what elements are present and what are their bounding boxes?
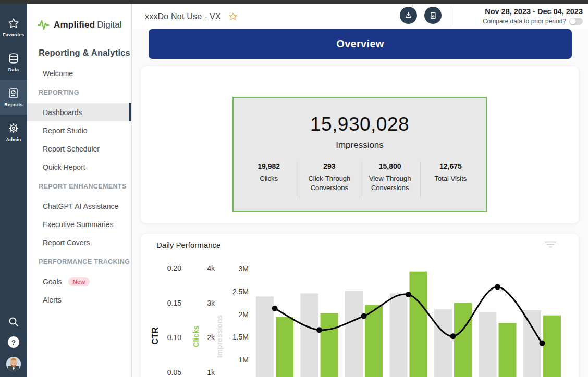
rail-label: Admin [6, 137, 21, 142]
bar-impressions [256, 296, 274, 377]
rail-spacer [0, 149, 27, 316]
star-icon [7, 17, 20, 30]
compare-period-toggle[interactable] [569, 18, 583, 25]
content-area: Overview 15,930,028 Impressions 19,982 C… [132, 29, 588, 377]
app-shell: Favorites Data Reports [0, 4, 588, 377]
sidebar-item-report-scheduler[interactable]: Report Scheduler [27, 140, 131, 158]
rail-item-data[interactable]: Data [0, 45, 27, 80]
gear-icon [7, 122, 20, 134]
bar-clicks [365, 305, 383, 377]
sidebar-title: Reporting & Analytics [39, 48, 131, 58]
filter-lines-icon[interactable] [544, 241, 557, 251]
new-badge: New [68, 277, 90, 286]
logo-text-bold: Amplified [54, 20, 95, 30]
overview-banner: Overview [149, 29, 572, 59]
topbar: xxxDo Not Use - VX Nov 28, [132, 4, 588, 29]
app-logo[interactable]: AmplifiedDigital [27, 18, 131, 32]
help-glyph: ? [11, 338, 16, 346]
clicks-tick: 3k [207, 299, 215, 307]
clicks-axis-label: Clicks [192, 325, 200, 347]
bar-clicks [499, 323, 517, 377]
ctr-point [450, 333, 456, 339]
report-document-button[interactable] [424, 7, 442, 24]
ctr-point [316, 327, 322, 333]
sidebar-item-goals[interactable]: Goals New [27, 272, 131, 291]
bar-impressions [301, 293, 318, 377]
ctr-point [495, 284, 500, 290]
search-icon[interactable] [7, 316, 20, 328]
impressions-metric-box: 15,930,028 Impressions 19,982 Clicks 293… [232, 97, 487, 212]
daily-performance-chart: 0.200.150.100.054k3k2k1k3M2.5M2M1.5M1MCT… [141, 234, 579, 377]
clicks-tick: 4k [207, 264, 215, 272]
browser-top-strip [0, 0, 588, 4]
overview-banner-title: Overview [336, 38, 384, 50]
ctr-tick: 0.15 [167, 299, 181, 307]
impressions-tick: 2.5M [232, 287, 249, 296]
rail-bottom: ? [0, 316, 27, 372]
metric-view-through-conversions: 15,800 View-Through Conversions [360, 162, 420, 198]
sidebar-item-report-studio[interactable]: Report Studio [27, 121, 131, 140]
sidebar-item-alerts[interactable]: Alerts [27, 291, 131, 309]
compare-period-label: Compare data to prior period? [483, 18, 566, 25]
metric-clicks: 19,982 Clicks [239, 162, 299, 198]
user-avatar[interactable] [6, 356, 21, 372]
impressions-tick: 1.5M [232, 333, 249, 341]
primary-metric-value: 15,930,028 [234, 98, 486, 135]
ctr-tick: 0.05 [167, 368, 181, 376]
bar-impressions [479, 312, 497, 377]
icon-rail: Favorites Data Reports [0, 4, 27, 377]
sidebar-item-report-covers[interactable]: Report Covers [27, 233, 131, 252]
ctr-point [406, 292, 411, 297]
ctr-point [540, 341, 545, 346]
impressions-tick: 2M [239, 310, 249, 319]
rail-item-admin[interactable]: Admin [0, 115, 27, 149]
ctr-tick: 0.10 [167, 333, 181, 342]
sidebar-item-executive-summaries[interactable]: Executive Summaries [27, 215, 131, 233]
primary-metric-label: Impressions [234, 140, 486, 150]
main-column: xxxDo Not Use - VX Nov 28, [132, 4, 588, 377]
bar-impressions [390, 293, 408, 377]
summary-metrics-card: 15,930,028 Impressions 19,982 Clicks 293… [141, 66, 579, 223]
topbar-right: Nov 28, 2023 - Dec 04, 2023 Compare data… [483, 7, 583, 25]
clicks-tick: 2k [207, 333, 215, 342]
database-icon [7, 52, 20, 65]
sidebar-item-chatgpt-ai-assistance[interactable]: ChatGPT AI Assistance [27, 197, 131, 215]
ctr-point [272, 306, 278, 311]
logo-text-light: Digital [97, 20, 121, 30]
bar-impressions [434, 309, 452, 377]
sidebar-section-report-enhancements: REPORT ENHANCEMENTS [27, 176, 131, 197]
bar-clicks [543, 316, 561, 377]
favorite-star-icon[interactable] [228, 12, 238, 21]
sidebar-item-welcome[interactable]: Welcome [27, 64, 131, 82]
rail-item-reports[interactable]: Reports [0, 80, 27, 115]
bar-impressions [523, 310, 541, 377]
sidebar-item-quick-report[interactable]: Quick Report [27, 158, 131, 176]
ctr-axis-label: CTR [151, 327, 160, 344]
sidebar-nav: Welcome REPORTING Dashboards Report Stud… [27, 64, 131, 309]
sidebar-item-dashboards[interactable]: Dashboards [27, 103, 131, 121]
topbar-divider [451, 6, 451, 27]
impressions-tick: 1M [239, 356, 249, 364]
clicks-tick: 1k [207, 368, 215, 376]
export-download-button[interactable] [400, 7, 417, 24]
rail-label: Reports [4, 102, 22, 107]
download-icon [404, 11, 413, 20]
pulse-logo-icon [38, 18, 50, 32]
metric-total-visits: 12,675 Total Visits [420, 162, 481, 198]
report-book-icon [7, 87, 20, 99]
rail-item-favorites[interactable]: Favorites [0, 10, 27, 45]
toggle-knob [570, 18, 576, 24]
rail-label: Data [8, 67, 19, 72]
bar-clicks [454, 303, 472, 377]
sidebar: AmplifiedDigital Reporting & Analytics W… [27, 4, 132, 377]
ctr-point [361, 313, 367, 319]
secondary-metrics-row: 19,982 Clicks 293 Click-Through Conversi… [234, 162, 486, 198]
date-range-picker[interactable]: Nov 28, 2023 - Dec 04, 2023 [483, 7, 583, 16]
bar-clicks [276, 317, 293, 377]
sidebar-section-performance-tracking: PERFORMANCE TRACKING [27, 252, 131, 272]
ctr-tick: 0.20 [167, 264, 181, 272]
chart-title: Daily Performance [156, 241, 220, 249]
dashboard-title: xxxDo Not Use - VX [145, 12, 221, 21]
help-button[interactable]: ? [8, 336, 19, 348]
daily-performance-card: 0.200.150.100.054k3k2k1k3M2.5M2M1.5M1MCT… [141, 234, 579, 377]
